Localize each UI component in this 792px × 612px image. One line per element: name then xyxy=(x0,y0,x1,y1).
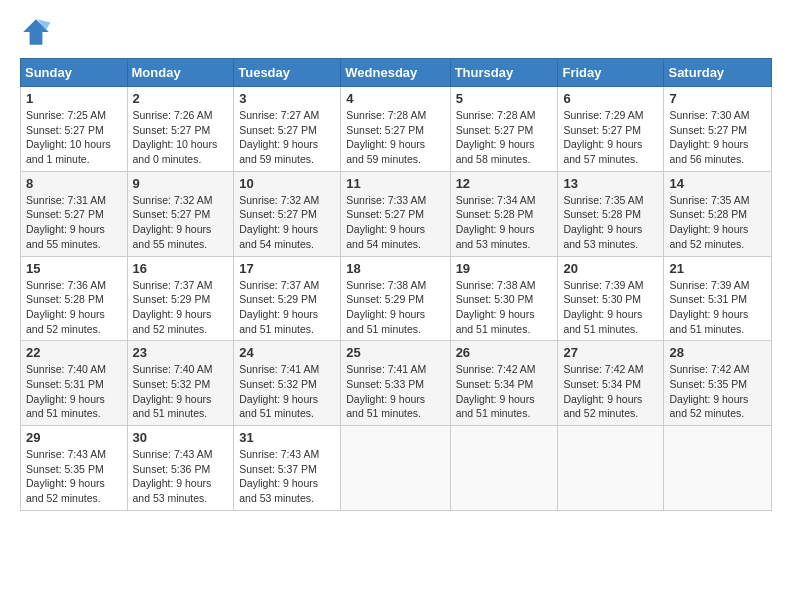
daylight-label: Daylight: 9 hours and 54 minutes. xyxy=(346,223,425,250)
day-info: Sunrise: 7:42 AM Sunset: 5:34 PM Dayligh… xyxy=(456,362,553,421)
sunrise-label: Sunrise: 7:42 AM xyxy=(669,363,749,375)
calendar-cell: 23 Sunrise: 7:40 AM Sunset: 5:32 PM Dayl… xyxy=(127,341,234,426)
day-number: 5 xyxy=(456,91,553,106)
day-number: 16 xyxy=(133,261,229,276)
calendar-cell: 6 Sunrise: 7:29 AM Sunset: 5:27 PM Dayli… xyxy=(558,87,664,172)
daylight-label: Daylight: 9 hours and 51 minutes. xyxy=(133,393,212,420)
calendar-cell: 20 Sunrise: 7:39 AM Sunset: 5:30 PM Dayl… xyxy=(558,256,664,341)
sunrise-label: Sunrise: 7:40 AM xyxy=(26,363,106,375)
day-info: Sunrise: 7:32 AM Sunset: 5:27 PM Dayligh… xyxy=(239,193,335,252)
calendar-cell: 10 Sunrise: 7:32 AM Sunset: 5:27 PM Dayl… xyxy=(234,171,341,256)
sunrise-label: Sunrise: 7:43 AM xyxy=(26,448,106,460)
calendar-cell: 4 Sunrise: 7:28 AM Sunset: 5:27 PM Dayli… xyxy=(341,87,450,172)
day-info: Sunrise: 7:37 AM Sunset: 5:29 PM Dayligh… xyxy=(239,278,335,337)
sunset-label: Sunset: 5:34 PM xyxy=(456,378,534,390)
day-number: 20 xyxy=(563,261,658,276)
day-number: 14 xyxy=(669,176,766,191)
sunset-label: Sunset: 5:31 PM xyxy=(26,378,104,390)
day-number: 17 xyxy=(239,261,335,276)
day-info: Sunrise: 7:37 AM Sunset: 5:29 PM Dayligh… xyxy=(133,278,229,337)
sunrise-label: Sunrise: 7:30 AM xyxy=(669,109,749,121)
calendar-week-4: 22 Sunrise: 7:40 AM Sunset: 5:31 PM Dayl… xyxy=(21,341,772,426)
sunrise-label: Sunrise: 7:31 AM xyxy=(26,194,106,206)
day-info: Sunrise: 7:31 AM Sunset: 5:27 PM Dayligh… xyxy=(26,193,122,252)
sunset-label: Sunset: 5:27 PM xyxy=(346,124,424,136)
sunset-label: Sunset: 5:35 PM xyxy=(26,463,104,475)
sunrise-label: Sunrise: 7:34 AM xyxy=(456,194,536,206)
sunset-label: Sunset: 5:31 PM xyxy=(669,293,747,305)
day-info: Sunrise: 7:28 AM Sunset: 5:27 PM Dayligh… xyxy=(456,108,553,167)
calendar-cell xyxy=(450,426,558,511)
day-info: Sunrise: 7:29 AM Sunset: 5:27 PM Dayligh… xyxy=(563,108,658,167)
daylight-label: Daylight: 9 hours and 51 minutes. xyxy=(239,308,318,335)
sunrise-label: Sunrise: 7:28 AM xyxy=(456,109,536,121)
calendar-week-2: 8 Sunrise: 7:31 AM Sunset: 5:27 PM Dayli… xyxy=(21,171,772,256)
daylight-label: Daylight: 9 hours and 53 minutes. xyxy=(563,223,642,250)
sunset-label: Sunset: 5:29 PM xyxy=(346,293,424,305)
daylight-label: Daylight: 9 hours and 51 minutes. xyxy=(456,393,535,420)
weekday-header-thursday: Thursday xyxy=(450,59,558,87)
daylight-label: Daylight: 9 hours and 51 minutes. xyxy=(346,308,425,335)
day-number: 3 xyxy=(239,91,335,106)
day-number: 1 xyxy=(26,91,122,106)
daylight-label: Daylight: 9 hours and 52 minutes. xyxy=(26,477,105,504)
day-info: Sunrise: 7:30 AM Sunset: 5:27 PM Dayligh… xyxy=(669,108,766,167)
calendar-cell: 15 Sunrise: 7:36 AM Sunset: 5:28 PM Dayl… xyxy=(21,256,128,341)
daylight-label: Daylight: 9 hours and 57 minutes. xyxy=(563,138,642,165)
day-number: 30 xyxy=(133,430,229,445)
sunset-label: Sunset: 5:32 PM xyxy=(239,378,317,390)
sunrise-label: Sunrise: 7:38 AM xyxy=(346,279,426,291)
day-number: 15 xyxy=(26,261,122,276)
weekday-header-wednesday: Wednesday xyxy=(341,59,450,87)
day-number: 24 xyxy=(239,345,335,360)
calendar-cell: 30 Sunrise: 7:43 AM Sunset: 5:36 PM Dayl… xyxy=(127,426,234,511)
daylight-label: Daylight: 9 hours and 58 minutes. xyxy=(456,138,535,165)
day-info: Sunrise: 7:43 AM Sunset: 5:36 PM Dayligh… xyxy=(133,447,229,506)
sunrise-label: Sunrise: 7:42 AM xyxy=(456,363,536,375)
sunrise-label: Sunrise: 7:43 AM xyxy=(133,448,213,460)
day-info: Sunrise: 7:41 AM Sunset: 5:33 PM Dayligh… xyxy=(346,362,444,421)
day-info: Sunrise: 7:40 AM Sunset: 5:32 PM Dayligh… xyxy=(133,362,229,421)
sunrise-label: Sunrise: 7:25 AM xyxy=(26,109,106,121)
day-number: 7 xyxy=(669,91,766,106)
sunrise-label: Sunrise: 7:37 AM xyxy=(239,279,319,291)
day-number: 26 xyxy=(456,345,553,360)
day-number: 11 xyxy=(346,176,444,191)
sunset-label: Sunset: 5:30 PM xyxy=(563,293,641,305)
calendar-cell: 26 Sunrise: 7:42 AM Sunset: 5:34 PM Dayl… xyxy=(450,341,558,426)
sunrise-label: Sunrise: 7:42 AM xyxy=(563,363,643,375)
page-header xyxy=(20,16,772,48)
calendar-cell: 1 Sunrise: 7:25 AM Sunset: 5:27 PM Dayli… xyxy=(21,87,128,172)
weekday-header-saturday: Saturday xyxy=(664,59,772,87)
weekday-header-monday: Monday xyxy=(127,59,234,87)
day-number: 22 xyxy=(26,345,122,360)
sunrise-label: Sunrise: 7:36 AM xyxy=(26,279,106,291)
day-info: Sunrise: 7:36 AM Sunset: 5:28 PM Dayligh… xyxy=(26,278,122,337)
calendar-cell: 17 Sunrise: 7:37 AM Sunset: 5:29 PM Dayl… xyxy=(234,256,341,341)
sunset-label: Sunset: 5:36 PM xyxy=(133,463,211,475)
logo-icon xyxy=(20,16,52,48)
sunrise-label: Sunrise: 7:26 AM xyxy=(133,109,213,121)
daylight-label: Daylight: 9 hours and 51 minutes. xyxy=(346,393,425,420)
calendar-cell: 27 Sunrise: 7:42 AM Sunset: 5:34 PM Dayl… xyxy=(558,341,664,426)
sunrise-label: Sunrise: 7:41 AM xyxy=(346,363,426,375)
day-number: 19 xyxy=(456,261,553,276)
calendar-cell: 3 Sunrise: 7:27 AM Sunset: 5:27 PM Dayli… xyxy=(234,87,341,172)
sunset-label: Sunset: 5:34 PM xyxy=(563,378,641,390)
sunrise-label: Sunrise: 7:28 AM xyxy=(346,109,426,121)
calendar-cell: 31 Sunrise: 7:43 AM Sunset: 5:37 PM Dayl… xyxy=(234,426,341,511)
sunrise-label: Sunrise: 7:39 AM xyxy=(669,279,749,291)
sunset-label: Sunset: 5:27 PM xyxy=(669,124,747,136)
day-info: Sunrise: 7:38 AM Sunset: 5:29 PM Dayligh… xyxy=(346,278,444,337)
calendar-cell: 18 Sunrise: 7:38 AM Sunset: 5:29 PM Dayl… xyxy=(341,256,450,341)
calendar-cell: 7 Sunrise: 7:30 AM Sunset: 5:27 PM Dayli… xyxy=(664,87,772,172)
logo xyxy=(20,16,56,48)
day-info: Sunrise: 7:35 AM Sunset: 5:28 PM Dayligh… xyxy=(669,193,766,252)
day-info: Sunrise: 7:32 AM Sunset: 5:27 PM Dayligh… xyxy=(133,193,229,252)
day-info: Sunrise: 7:41 AM Sunset: 5:32 PM Dayligh… xyxy=(239,362,335,421)
calendar-cell: 12 Sunrise: 7:34 AM Sunset: 5:28 PM Dayl… xyxy=(450,171,558,256)
day-number: 2 xyxy=(133,91,229,106)
daylight-label: Daylight: 9 hours and 51 minutes. xyxy=(563,308,642,335)
calendar-cell: 28 Sunrise: 7:42 AM Sunset: 5:35 PM Dayl… xyxy=(664,341,772,426)
sunrise-label: Sunrise: 7:37 AM xyxy=(133,279,213,291)
